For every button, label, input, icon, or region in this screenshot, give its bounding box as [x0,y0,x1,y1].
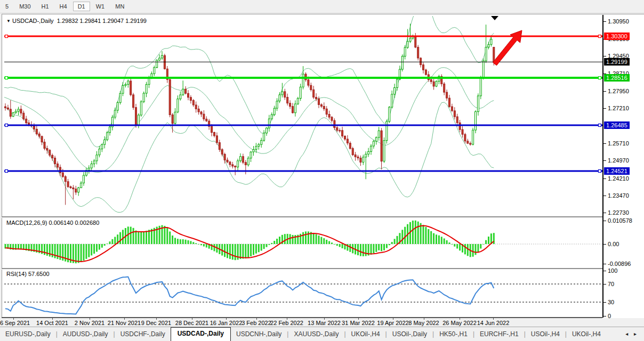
timeframe-button-h1[interactable]: H1 [37,2,54,11]
candle [10,100,11,119]
macd-histogram-bar [357,244,359,255]
candle [247,156,249,167]
candle [433,79,434,90]
macd-histogram-bar [253,244,254,255]
symbol-tab-ukoil-h4[interactable]: UKOil-,H4 [567,328,606,341]
tab-scroll-arrows[interactable]: ◂ ▸ [625,331,644,341]
symbol-tab-usdchf-daily[interactable]: USDCHF-,Daily [115,328,171,341]
symbol-tab-hk50-h1[interactable]: HK50-,H1 [434,328,473,341]
candle [438,75,440,84]
symbol-tab-eurusd-daily[interactable]: EURUSD-,Daily [0,328,56,341]
macd-histogram-bar [375,244,377,252]
macd-histogram-bar [266,244,268,247]
macd-histogram-bar [271,243,272,244]
symbol-tab-usdcad-daily[interactable]: USDCAD-,Daily [171,327,231,341]
price-tick-label: 1.24210 [608,176,629,182]
line-anchor-handle[interactable] [599,170,601,173]
symbol-tab-usdcnh-daily[interactable]: USDCNH-,Daily [231,328,287,341]
candle [268,115,270,132]
candle [383,137,385,163]
price-scale-border [602,15,603,318]
line-anchor-handle[interactable] [5,77,8,79]
candle [195,102,197,113]
main-chart-svg [4,16,602,216]
candle [263,130,265,142]
candle [177,95,179,113]
candle [363,155,364,165]
macd-histogram-bar [227,244,228,258]
line-anchor-handle[interactable] [5,124,8,127]
rsi-indicator-panel[interactable] [4,269,602,318]
candle [208,119,210,130]
symbol-tab-audusd-daily[interactable]: AUDUSD-,Daily [58,328,114,341]
timeframe-button-w1[interactable]: W1 [91,2,110,11]
line-anchor-handle[interactable] [599,35,601,38]
timeframe-button-d1[interactable]: D1 [73,2,90,11]
symbol-tab-usoil-h4[interactable]: USOil-,H4 [526,328,565,341]
macd-histogram-bar [365,244,367,256]
price-tick-mark [603,108,606,109]
timeframe-button-5[interactable]: 5 [1,2,13,11]
candle [328,111,330,120]
main-price-chart[interactable] [4,16,602,216]
candle [470,142,471,146]
macd-histogram-bar [93,244,95,254]
macd-histogram-bar [229,244,231,259]
date-axis[interactable]: 26 Sep 202114 Oct 20212 Nov 202121 Nov 2… [2,318,602,327]
macd-histogram-bar [438,236,440,244]
candle [156,59,158,68]
candle [117,101,118,113]
macd-histogram-bar [247,244,249,257]
rsi-svg [4,269,602,318]
rsi-tick-mark [603,316,606,316]
macd-histogram-bar [198,244,199,245]
candle [375,136,377,145]
line-anchor-handle[interactable] [5,170,8,173]
line-anchor-handle[interactable] [599,124,601,127]
timeframe-button-m30[interactable]: M30 [14,2,35,11]
macd-histogram-bar [85,244,87,259]
candle [75,186,77,195]
candle [180,92,181,101]
candle [451,104,453,112]
macd-histogram-bar [456,244,458,249]
date-label: 8 May 2022 [408,320,439,326]
candle [18,107,19,115]
candle [368,148,369,157]
macd-histogram-bar [326,240,327,244]
symbol-tab-usoil-daily[interactable]: USOil-,Daily [387,328,432,341]
macd-histogram-bar [360,244,361,256]
timeframe-button-mn[interactable]: MN [110,2,129,11]
candle [446,90,448,101]
symbol-tab-eurchf-h1[interactable]: EURCHF-,H1 [474,328,524,341]
macd-histogram-bar [401,230,403,244]
timeframe-button-h4[interactable]: H4 [55,2,72,11]
candle [389,106,390,123]
date-label: 28 Dec 2021 [175,320,208,326]
line-anchor-handle[interactable] [599,77,601,79]
candle [326,106,327,117]
candle [85,168,87,177]
date-label: 21 Nov 2021 [108,320,141,326]
candle [198,105,199,115]
line-anchor-handle[interactable] [5,35,8,38]
macd-histogram-bar [99,244,100,250]
price-badge: 1.28516 [604,74,630,82]
symbol-tab-ukoil-h4[interactable]: UKOil-,H4 [346,328,385,341]
macd-tick-mark [603,221,606,221]
candle [185,86,187,94]
down-triangle-marker[interactable] [491,16,498,20]
macd-histogram-bar [459,244,461,250]
candle [360,156,361,166]
macd-histogram-bar [394,239,396,244]
macd-histogram-bar [423,225,424,244]
price-tick-mark [603,91,606,92]
macd-histogram-bar [180,239,181,244]
macd-histogram-bar [472,244,474,257]
candle [273,106,275,117]
macd-histogram-bar [245,244,246,258]
macd-histogram-bar [430,231,432,244]
candle [143,92,144,103]
symbol-tab-xauusd-daily[interactable]: XAUUSD-,Daily [288,328,344,341]
rsi-tick-label: 30 [608,299,614,305]
